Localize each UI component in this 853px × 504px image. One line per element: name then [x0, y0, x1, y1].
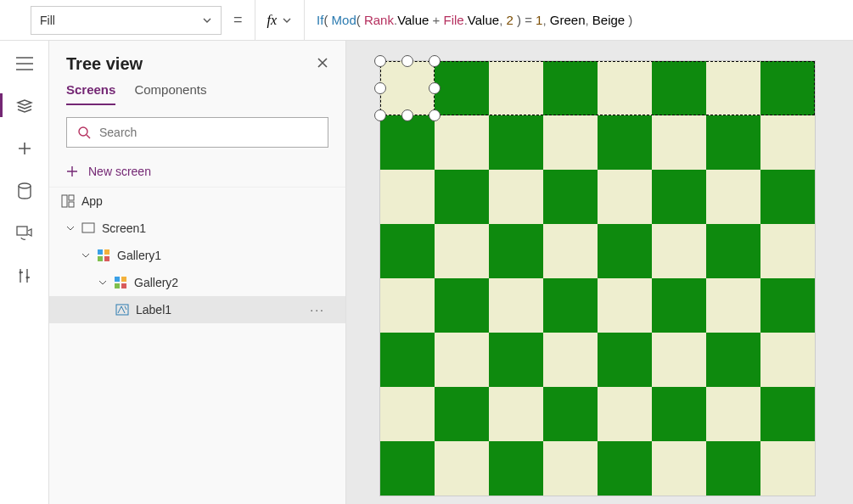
resize-handle[interactable]	[374, 82, 386, 94]
canvas[interactable]	[380, 61, 815, 496]
chevron-down-icon	[282, 15, 292, 25]
app-icon	[61, 194, 75, 208]
svg-rect-8	[82, 223, 94, 232]
tools-icon[interactable]	[15, 266, 34, 285]
selection-row-outline	[435, 61, 815, 115]
gallery-icon	[114, 276, 127, 289]
media-icon[interactable]	[15, 224, 34, 243]
svg-rect-12	[104, 256, 109, 261]
svg-rect-16	[121, 283, 126, 288]
resize-handle[interactable]	[401, 55, 413, 67]
chevron-down-icon	[81, 251, 90, 260]
gallery-icon	[97, 249, 110, 262]
svg-rect-14	[121, 277, 126, 282]
formula-bar[interactable]: If( Mod( Rank.Value + File.Value, 2 ) = …	[305, 0, 853, 41]
tree-panel: Tree view Screens Components New screen …	[49, 41, 346, 504]
selection-box[interactable]	[380, 61, 435, 115]
property-name: Fill	[40, 14, 55, 27]
new-screen-button[interactable]: New screen	[49, 156, 345, 188]
plus-icon	[66, 165, 78, 177]
tree-view-icon[interactable]	[15, 97, 34, 115]
tab-components[interactable]: Components	[134, 82, 206, 105]
svg-rect-13	[115, 277, 120, 282]
resize-handle[interactable]	[429, 82, 441, 94]
tree-node-screen1[interactable]: Screen1	[49, 215, 345, 242]
tree-node-gallery1[interactable]: Gallery1	[49, 242, 345, 269]
tree-node-app[interactable]: App	[49, 188, 345, 215]
hamburger-icon[interactable]	[15, 54, 34, 73]
chevron-down-icon	[66, 224, 75, 232]
screen-icon	[81, 221, 95, 235]
svg-point-3	[25, 277, 28, 279]
tree-node-label1[interactable]: Label1 ···	[49, 296, 345, 323]
svg-point-0	[19, 183, 31, 188]
svg-rect-10	[104, 249, 109, 255]
svg-rect-5	[62, 195, 67, 207]
svg-rect-1	[17, 227, 27, 235]
svg-point-2	[19, 272, 21, 274]
tab-screens[interactable]: Screens	[66, 82, 115, 105]
search-input[interactable]	[66, 117, 328, 148]
svg-rect-7	[69, 202, 74, 207]
chevron-down-icon	[98, 278, 107, 287]
fx-label: fx	[267, 13, 278, 28]
data-icon[interactable]	[15, 182, 34, 200]
close-icon[interactable]	[317, 57, 328, 72]
tree-title: Tree view	[66, 54, 143, 74]
resize-handle[interactable]	[401, 109, 413, 121]
left-rail	[0, 41, 49, 504]
insert-icon[interactable]	[15, 139, 34, 158]
search-field[interactable]	[99, 126, 317, 139]
svg-rect-9	[98, 249, 103, 255]
search-icon	[77, 126, 91, 139]
selection-outline	[380, 61, 435, 115]
canvas-area[interactable]	[346, 41, 853, 504]
tree-node-gallery2[interactable]: Gallery2	[49, 269, 345, 296]
label-icon	[115, 303, 129, 316]
svg-rect-15	[115, 283, 120, 288]
resize-handle[interactable]	[429, 109, 441, 121]
svg-point-4	[79, 127, 87, 136]
more-icon[interactable]: ···	[310, 303, 325, 316]
resize-handle[interactable]	[374, 55, 386, 67]
svg-rect-6	[69, 195, 74, 200]
checkerboard	[380, 61, 815, 496]
equals-label: =	[233, 11, 243, 29]
resize-handle[interactable]	[374, 109, 386, 121]
property-dropdown[interactable]: Fill	[31, 6, 222, 35]
svg-rect-11	[98, 256, 103, 261]
fx-dropdown[interactable]: fx	[255, 0, 306, 41]
chevron-down-icon	[202, 15, 212, 25]
resize-handle[interactable]	[429, 55, 441, 67]
